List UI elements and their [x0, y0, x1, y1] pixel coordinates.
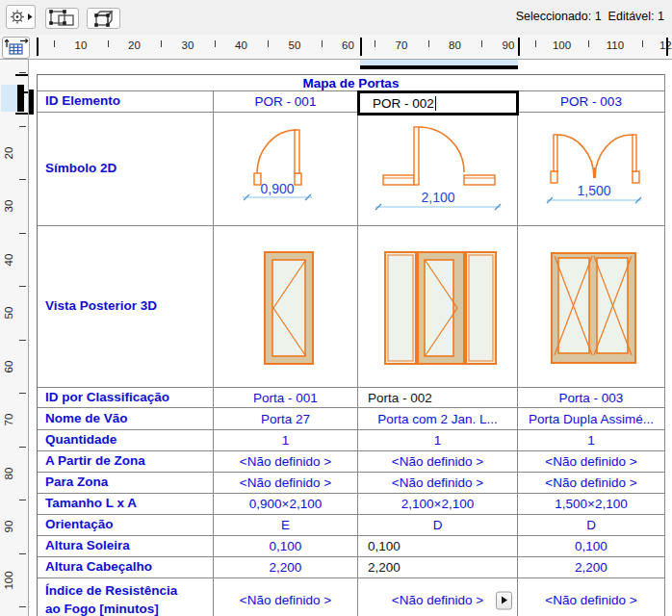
cell-value: <Não definido > [392, 454, 483, 469]
ruler-tick [19, 233, 26, 234]
row-highlight [1, 85, 17, 112]
table-cell[interactable]: Porta com 2 Jan. L... [358, 408, 518, 430]
cell-value: <Não definido > [240, 475, 331, 490]
door-3d-view-por-001 [214, 226, 357, 387]
cell-value: 0,100 [575, 539, 607, 553]
door-2d-symbol-por-003: 1,500 [518, 113, 664, 225]
table-row: A Partir de Zona<Não definido ><Não defi… [37, 451, 665, 473]
ruler-number: 50 [1, 305, 16, 321]
table-cell[interactable]: 0,900×2,100 [214, 494, 358, 515]
vertical-ruler[interactable]: 102030405060708090100 [0, 60, 29, 616]
table-cell[interactable]: D [358, 515, 518, 536]
table-cell[interactable]: Porta 27 [214, 408, 358, 430]
dimension-text: 0,900 [260, 181, 294, 196]
table-cell[interactable]: 0,900 [214, 113, 358, 226]
table-cell[interactable]: 2,200 [358, 557, 518, 578]
cell-value: <Não definido > [392, 475, 483, 490]
table-cell[interactable]: D [518, 515, 665, 536]
table-cell[interactable]: 0,100 [214, 536, 358, 557]
table-cell[interactable]: <Não definido > [358, 578, 518, 616]
cell-value: <Não definido > [392, 593, 483, 607]
ruler-tick [642, 40, 643, 47]
ruler-boundary-mark [15, 113, 28, 115]
table-cell[interactable]: 1 [518, 430, 665, 451]
scheme-settings-button[interactable] [6, 5, 36, 29]
table-cell[interactable]: POR - 001 [214, 91, 358, 113]
table-cell[interactable]: <Não definido > [214, 473, 358, 494]
ruler-tick [19, 447, 26, 448]
table-origin-button[interactable] [2, 37, 30, 59]
table-cell[interactable]: Porta - 003 [518, 388, 665, 408]
table-cell[interactable]: <Não definido > [214, 451, 358, 473]
ruler-tick [322, 40, 323, 47]
table-cell[interactable]: <Não definido > [518, 578, 665, 616]
table-cell[interactable]: <Não definido > [214, 578, 358, 616]
table-cell[interactable]: <Não definido > [518, 451, 665, 473]
cell-value: Porta 27 [261, 412, 310, 426]
table-cell[interactable] [518, 226, 665, 388]
table-cell[interactable] [214, 226, 358, 388]
cell-value: 1,500×2,100 [555, 497, 627, 511]
table-cell[interactable]: 2,100 [358, 113, 518, 226]
marquee-select-icon [46, 9, 78, 28]
table-cell[interactable]: <Não definido > [358, 473, 518, 494]
ruler-number: 40 [1, 252, 16, 268]
table-cell[interactable]: 1,500×2,100 [518, 494, 665, 515]
ruler-tick [428, 40, 429, 47]
ruler-number: 110 [607, 39, 624, 51]
ruler-tick [19, 179, 26, 180]
table-cell[interactable]: 0,100 [358, 536, 518, 557]
table-cell[interactable]: 0,100 [518, 536, 665, 557]
table-row: Altura Cabeçalho2,2002,2002,200 [37, 557, 665, 578]
table-row: Quantidade111 [37, 430, 665, 451]
table-cell[interactable]: 2,100×2,100 [358, 494, 518, 515]
table-cell[interactable]: 1 [214, 430, 358, 451]
cell-value: <Não definido > [545, 593, 636, 607]
table-cell[interactable]: 2,200 [518, 557, 665, 578]
gear-with-arrow-icon [7, 6, 35, 28]
ruler-number: 50 [289, 39, 301, 51]
ruler-boundary-mark [518, 38, 520, 56]
ruler-number: 30 [1, 198, 16, 214]
row-label: A Partir de Zona [37, 451, 214, 473]
row-label: Altura Soleira [37, 536, 214, 557]
expand-options-button[interactable] [496, 591, 512, 609]
ruler-boundary-mark [360, 38, 362, 56]
ruler-boundary-mark [37, 38, 39, 56]
table-cell[interactable]: E [214, 515, 358, 536]
table-cell[interactable]: Porta - 002 [358, 388, 518, 408]
table-cell[interactable]: POR - 003 [518, 91, 665, 113]
horizontal-ruler[interactable]: 102030405060708090100110120 [0, 35, 672, 60]
ruler-boundary-mark [666, 38, 668, 56]
select-matching-3d-button[interactable] [87, 8, 120, 29]
ruler-tick [19, 553, 26, 554]
door-2d-symbol-por-002: 2,100 [358, 113, 517, 225]
table-cell[interactable]: Porta - 001 [214, 388, 358, 408]
ruler-tick [481, 40, 482, 47]
table-cell[interactable] [358, 226, 518, 388]
table-cell[interactable]: 1,500 [518, 113, 665, 226]
table-row: Índice de Resistência ao Fogo [minutos]<… [37, 578, 665, 616]
ruler-boundary-mark [15, 74, 28, 76]
table-cell[interactable]: 1 [358, 430, 518, 451]
schedule-toolbar: Seleccionado: 1 Editável: 1 [0, 0, 672, 36]
row-label: Para Zona [37, 473, 214, 494]
ruler-number: 90 [1, 519, 16, 534]
row-label: Vista Posterior 3D [37, 226, 214, 388]
ruler-number: 60 [342, 39, 354, 51]
ruler-tick [19, 500, 26, 500]
table-cell[interactable]: 2,200 [214, 557, 358, 578]
archicad-door-schedule-window: Seleccionado: 1 Editável: 1 102030405060… [0, 0, 672, 616]
select-matching-plan-button[interactable] [45, 8, 79, 29]
table-cell[interactable]: <Não definido > [518, 473, 665, 494]
ruler-tick [19, 126, 26, 127]
row-label: Símbolo 2D [37, 113, 214, 226]
table-cell[interactable]: Porta Dupla Assimé... [518, 408, 665, 430]
ruler-number: 100 [553, 39, 571, 51]
table-cell[interactable]: <Não definido > [358, 451, 518, 473]
door-2d-symbol-por-001: 0,900 [214, 113, 357, 225]
cell-value: D [433, 518, 443, 532]
row-label: Índice de Resistência ao Fogo [minutos] [37, 578, 214, 616]
table-origin-icon [3, 38, 29, 58]
selected-cell-editor[interactable]: POR - 002 [357, 90, 519, 116]
